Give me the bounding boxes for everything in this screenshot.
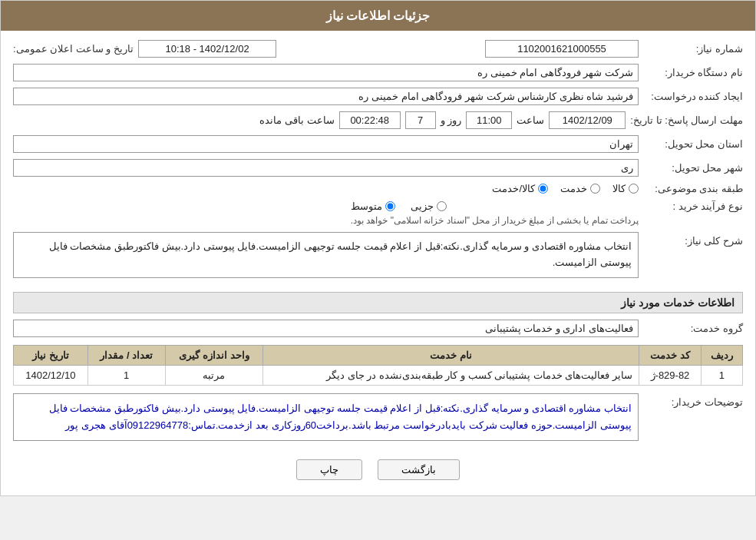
tabaghebandi-options: کالا/خدمت خدمت کالا <box>492 183 639 194</box>
col-tarikh: تاریخ نیاز <box>14 345 88 365</box>
mohlat-unit-remaining: ساعت باقی مانده <box>259 114 334 126</box>
ijad-konande-value: فرشید شاه نظری کارشناس شرکت شهر فرودگاهی… <box>13 88 639 105</box>
radio-motavasset[interactable]: متوسط <box>351 200 395 212</box>
tabaghebandi-row: طبقه بندی موضوعی: کالا/خدمت خدمت کالا <box>13 183 743 194</box>
col-kod: کد خدمت <box>639 345 702 365</box>
shomara-niaz-row: شماره نیاز: 1102001621000555 1402/12/02 … <box>13 40 743 58</box>
cell-name: سایر فعالیت‌های خدمات پشتیبانی کسب و کار… <box>263 365 639 385</box>
mohlat-date: 1402/12/09 <box>549 111 626 129</box>
table-row: 1 829-82-ژ سایر فعالیت‌های خدمات پشتیبان… <box>14 365 743 385</box>
back-button[interactable]: بازگشت <box>378 459 460 480</box>
mohlat-unit-day: روز و <box>441 114 462 126</box>
col-radif: ردیف <box>701 345 742 365</box>
nam-dastgah-label: نام دستگاه خریدار: <box>643 67 743 78</box>
cell-kod: 829-82-ژ <box>639 365 702 385</box>
mohlat-row: مهلت ارسال پاسخ: تا تاریخ: 1402/12/09 سا… <box>13 111 743 129</box>
noe-farayand-options: متوسط جزیی <box>351 200 639 212</box>
grouh-khadamat-value: فعالیت‌های اداری و خدمات پشتیبانی <box>13 320 639 337</box>
nam-dastgah-row: نام دستگاه خریدار: شرکت شهر فرودگاهی اما… <box>13 64 743 81</box>
page-header: جزئیات اطلاعات نیاز <box>1 1 755 31</box>
grouh-khadamat-row: گروه خدمت: فعالیت‌های اداری و خدمات پشتی… <box>13 320 743 337</box>
radio-kala-khedmat[interactable]: کالا/خدمت <box>492 183 548 194</box>
mohlat-time: 11:00 <box>466 111 512 129</box>
noe-farayand-label: نوع فرآیند خرید : <box>643 200 743 212</box>
date-announce-value: 1402/12/02 - 10:18 <box>138 40 276 58</box>
mohlat-remaining: 00:22:48 <box>339 111 401 129</box>
ijad-konande-row: ایجاد کننده درخواست: فرشید شاه نظری کارش… <box>13 88 743 105</box>
cell-radif: 1 <box>701 365 742 385</box>
cell-tedad: 1 <box>87 365 165 385</box>
print-button[interactable]: چاپ <box>296 459 362 480</box>
col-name: نام خدمت <box>263 345 639 365</box>
mohlat-unit-time: ساعت <box>517 114 544 126</box>
tabaghebandi-label: طبقه بندی موضوعی: <box>643 183 743 194</box>
services-table-container: ردیف کد خدمت نام خدمت واحد اندازه گیری ت… <box>13 345 743 386</box>
radio-khedmat[interactable]: خدمت <box>560 183 600 194</box>
cell-vahad: مرتبه <box>165 365 262 385</box>
tozihat-row: توضیحات خریدار: انتخاب مشاوره اقتصادی و … <box>13 393 743 450</box>
sharh-niaz-label: شرح کلی نیاز: <box>643 232 743 247</box>
nam-dastgah-value: شرکت شهر فرودگاهی امام خمینی ره <box>13 64 639 81</box>
page-title: جزئیات اطلاعات نیاز <box>326 9 431 22</box>
date-announce-label: تاریخ و ساعت اعلان عمومی: <box>13 43 134 55</box>
mohlat-label: مهلت ارسال پاسخ: تا تاریخ: <box>630 114 743 126</box>
sharh-niaz-row: شرح کلی نیاز: انتخاب مشاوره اقتصادی و سر… <box>13 232 743 284</box>
cell-tarikh: 1402/12/10 <box>14 365 88 385</box>
radio-kala[interactable]: کالا <box>612 183 639 194</box>
shomara-niaz-label: شماره نیاز: <box>643 43 743 55</box>
tozihat-value: انتخاب مشاوره اقتصادی و سرمایه گذاری.نکت… <box>13 393 639 441</box>
ettelaat-khadamat-title: اطلاعات خدمات مورد نیاز <box>13 292 743 313</box>
radio-jozvi[interactable]: جزیی <box>411 200 447 212</box>
shomara-niaz-value: 1102001621000555 <box>485 40 639 58</box>
ostan-value: تهران <box>13 135 639 153</box>
sharh-niaz-value: انتخاب مشاوره اقتصادی و سرمایه گذاری.نکت… <box>13 232 639 278</box>
shahr-value: ری <box>13 159 639 177</box>
ostan-label: استان محل تحویل: <box>643 138 743 150</box>
ostan-row: استان محل تحویل: تهران <box>13 135 743 153</box>
noe-farayand-note: پرداخت تمام یا بخشی از مبلغ خریدار از مح… <box>351 215 639 226</box>
grouh-khadamat-label: گروه خدمت: <box>643 323 743 334</box>
ijad-konande-label: ایجاد کننده درخواست: <box>643 91 743 102</box>
noe-farayand-row: نوع فرآیند خرید : متوسط جزیی پرداخت تمام… <box>13 200 743 226</box>
col-vahad: واحد اندازه گیری <box>165 345 262 365</box>
mohlat-days: 7 <box>405 111 436 129</box>
col-tedad: تعداد / مقدار <box>87 345 165 365</box>
buttons-row: بازگشت چاپ <box>13 459 743 480</box>
shahr-row: شهر محل تحویل: ری <box>13 159 743 177</box>
services-table: ردیف کد خدمت نام خدمت واحد اندازه گیری ت… <box>13 345 743 386</box>
tozihat-label: توضیحات خریدار: <box>643 393 743 408</box>
shahr-label: شهر محل تحویل: <box>643 162 743 174</box>
